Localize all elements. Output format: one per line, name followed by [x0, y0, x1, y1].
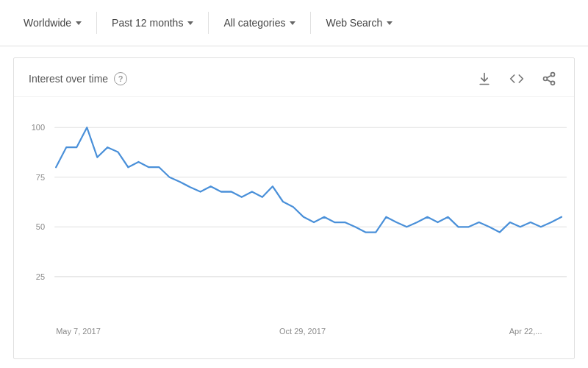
- worldwide-label: Worldwide: [24, 17, 71, 29]
- allcategories-dropdown[interactable]: All categories: [215, 11, 304, 35]
- svg-text:50: 50: [36, 222, 45, 231]
- past12months-dropdown[interactable]: Past 12 months: [103, 11, 202, 35]
- trend-line: [56, 127, 562, 232]
- help-icon[interactable]: ?: [114, 72, 127, 85]
- embed-code-icon[interactable]: [506, 68, 527, 89]
- websearch-label: Web Search: [326, 17, 382, 29]
- past12months-label: Past 12 months: [112, 17, 183, 29]
- svg-text:May 7, 2017: May 7, 2017: [56, 327, 101, 336]
- svg-line-4: [547, 75, 551, 77]
- chart-body: 100 75 50 25 May 7, 2017 Oct 29, 2017 Ap…: [14, 97, 574, 357]
- separator-1: [96, 12, 97, 34]
- worldwide-dropdown[interactable]: Worldwide: [15, 11, 90, 35]
- svg-text:100: 100: [32, 123, 45, 132]
- chart-panel: Interest over time ?: [13, 57, 575, 359]
- download-icon[interactable]: [474, 68, 495, 89]
- separator-2: [208, 12, 209, 34]
- svg-text:Apr 22,...: Apr 22,...: [509, 327, 542, 336]
- separator-3: [310, 12, 311, 34]
- websearch-dropdown[interactable]: Web Search: [317, 11, 401, 35]
- svg-text:75: 75: [36, 173, 45, 182]
- worldwide-chevron-icon: [76, 21, 82, 25]
- allcategories-label: All categories: [223, 17, 285, 29]
- svg-text:Oct 29, 2017: Oct 29, 2017: [279, 327, 326, 336]
- chart-header: Interest over time ?: [14, 58, 574, 97]
- chart-title-group: Interest over time ?: [29, 72, 127, 85]
- chart-title: Interest over time: [29, 73, 108, 85]
- trend-chart: 100 75 50 25 May 7, 2017 Oct 29, 2017 Ap…: [14, 105, 574, 357]
- filter-bar: Worldwide Past 12 months All categories …: [0, 0, 588, 46]
- share-icon[interactable]: [539, 68, 559, 89]
- allcategories-chevron-icon: [290, 21, 295, 25]
- chart-actions: [474, 68, 559, 89]
- svg-text:25: 25: [36, 272, 45, 281]
- svg-line-3: [547, 79, 551, 82]
- past12months-chevron-icon: [187, 21, 193, 25]
- websearch-chevron-icon: [387, 21, 392, 25]
